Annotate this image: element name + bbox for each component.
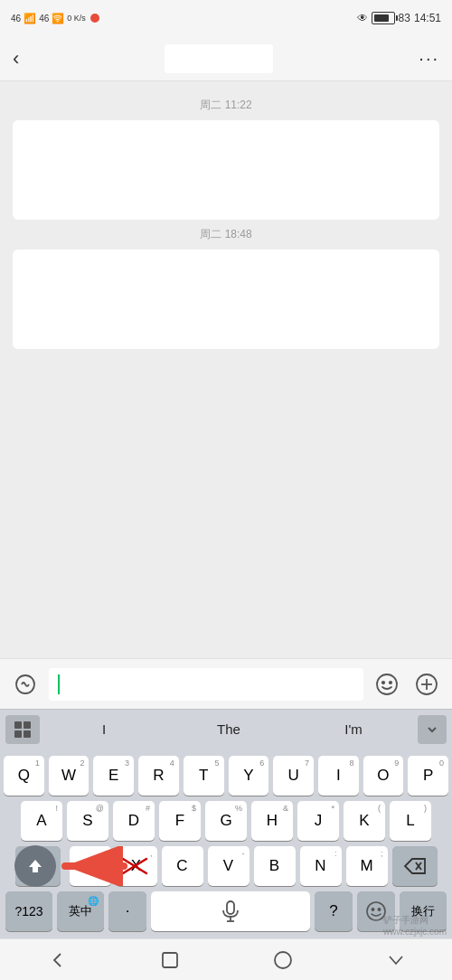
recording-dot bbox=[90, 14, 99, 23]
chat-scroll: 周二 11:22 周二 18:48 bbox=[0, 81, 452, 658]
key-N[interactable]: :N bbox=[300, 846, 342, 886]
key-K[interactable]: (K bbox=[344, 801, 385, 841]
keyboard-suggestions: I The I'm bbox=[0, 709, 452, 749]
key-num-G: % bbox=[235, 804, 242, 813]
text-cursor bbox=[58, 674, 60, 694]
timestamp-1: 周二 11:22 bbox=[0, 98, 452, 113]
key-E[interactable]: 3E bbox=[93, 756, 134, 796]
watermark: 铲子手游网www.czjxjc.com bbox=[383, 914, 447, 937]
key-num-M: ; bbox=[381, 849, 383, 858]
key-num-N: : bbox=[334, 849, 337, 858]
status-right: 👁 83 14:51 bbox=[357, 12, 441, 24]
key-F[interactable]: $F bbox=[159, 801, 201, 841]
bottom-nav-bar bbox=[0, 938, 452, 980]
back-button[interactable]: ‹ bbox=[13, 47, 19, 71]
key-Q[interactable]: 1Q bbox=[4, 756, 44, 796]
shift-key[interactable] bbox=[15, 846, 61, 886]
key-question[interactable]: ? bbox=[315, 891, 353, 931]
input-bar bbox=[0, 658, 452, 709]
key-M[interactable]: ;M bbox=[346, 846, 388, 886]
key-numbers[interactable]: ?123 bbox=[5, 891, 52, 931]
key-num-A: ! bbox=[55, 804, 58, 813]
carrier2-label: 46 bbox=[39, 14, 49, 24]
svg-rect-20 bbox=[163, 953, 177, 967]
key-microphone[interactable] bbox=[151, 891, 310, 931]
key-S[interactable]: @S bbox=[67, 801, 108, 841]
svg-point-18 bbox=[372, 909, 373, 910]
key-num-T: 5 bbox=[214, 759, 219, 768]
key-num-Y: 6 bbox=[259, 759, 264, 768]
key-num-O: 9 bbox=[394, 759, 399, 768]
key-row-bottom: ?123 🌐 英中 · ? bbox=[4, 891, 448, 931]
svg-rect-14 bbox=[227, 901, 234, 914]
key-num-L: ) bbox=[424, 804, 427, 813]
key-num-H: & bbox=[283, 804, 288, 813]
key-H[interactable]: &H bbox=[251, 801, 293, 841]
key-row-3: 'Z , X C -V B :N ;M bbox=[4, 846, 448, 886]
signal-bars: 📶 bbox=[24, 13, 36, 24]
emoji-button[interactable] bbox=[371, 668, 403, 701]
key-num-J: * bbox=[331, 804, 334, 813]
message-bubble-1 bbox=[13, 120, 439, 220]
nav-back-button[interactable] bbox=[30, 942, 84, 978]
suggestion-word-3[interactable]: I'm bbox=[293, 718, 414, 740]
top-nav: ‹ ··· bbox=[0, 36, 452, 81]
suggestion-word-2[interactable]: The bbox=[168, 718, 289, 740]
key-num-R: 4 bbox=[170, 759, 174, 768]
status-left: 46 📶 46 🛜 0 K/s bbox=[11, 13, 99, 24]
key-C[interactable]: C bbox=[162, 846, 203, 886]
key-V[interactable]: -V bbox=[208, 846, 250, 886]
key-num-F: $ bbox=[192, 804, 196, 813]
svg-point-1 bbox=[377, 674, 397, 694]
key-num-S: @ bbox=[96, 804, 104, 813]
svg-point-21 bbox=[275, 952, 291, 968]
key-G[interactable]: %G bbox=[205, 801, 247, 841]
app-wrapper: 46 📶 46 🛜 0 K/s 👁 83 14:51 ‹ ··· 周二 11:2… bbox=[0, 0, 452, 980]
key-num-K: ( bbox=[378, 804, 381, 813]
text-input[interactable] bbox=[49, 668, 363, 701]
key-T[interactable]: 5T bbox=[184, 756, 224, 796]
key-J[interactable]: *J bbox=[297, 801, 339, 841]
key-O[interactable]: 9O bbox=[363, 756, 404, 796]
key-num-I: 8 bbox=[350, 759, 354, 768]
key-W[interactable]: 2W bbox=[49, 756, 89, 796]
key-language[interactable]: 🌐 英中 bbox=[57, 891, 104, 931]
key-I[interactable]: 8I bbox=[318, 756, 359, 796]
key-row-1: 1Q 2W 3E 4R 5T 6Y 7U 8I 9O 0P bbox=[4, 756, 448, 796]
keyboard: 1Q 2W 3E 4R 5T 6Y 7U 8I 9O 0P !A @S #D $… bbox=[0, 749, 452, 938]
key-P[interactable]: 0P bbox=[408, 756, 448, 796]
battery-fill bbox=[374, 14, 389, 22]
key-num-X: , bbox=[150, 849, 153, 858]
nav-home-square-button[interactable] bbox=[143, 942, 197, 978]
key-num-P: 0 bbox=[439, 759, 444, 768]
data-speed: 0 K/s bbox=[67, 14, 86, 23]
nav-home-circle-button[interactable] bbox=[256, 942, 310, 978]
delete-key[interactable] bbox=[392, 846, 438, 886]
battery-pct: 83 bbox=[399, 12, 410, 24]
key-row-2: !A @S #D $F %G &H *J (K )L bbox=[4, 801, 448, 841]
eye-icon: 👁 bbox=[357, 12, 368, 24]
key-D[interactable]: #D bbox=[113, 801, 155, 841]
svg-point-2 bbox=[382, 681, 384, 683]
key-R[interactable]: 4R bbox=[138, 756, 179, 796]
key-A[interactable]: !A bbox=[21, 801, 62, 841]
key-B[interactable]: B bbox=[254, 846, 296, 886]
suggestion-grid-button[interactable] bbox=[5, 715, 40, 744]
suggestion-collapse-button[interactable] bbox=[418, 715, 447, 744]
key-U[interactable]: 7U bbox=[273, 756, 314, 796]
key-num-U: 7 bbox=[305, 759, 309, 768]
battery-tip bbox=[396, 15, 398, 21]
nav-recent-button[interactable] bbox=[369, 942, 423, 978]
key-Y[interactable]: 6Y bbox=[229, 756, 269, 796]
plus-button[interactable] bbox=[410, 668, 443, 701]
key-dot[interactable]: · bbox=[108, 891, 146, 931]
key-L[interactable]: )L bbox=[390, 801, 431, 841]
chat-contact-name bbox=[165, 44, 273, 73]
carrier-label: 46 bbox=[11, 14, 21, 24]
more-button[interactable]: ··· bbox=[419, 48, 439, 69]
suggestion-word-1[interactable]: I bbox=[43, 718, 165, 740]
battery-indicator bbox=[372, 12, 395, 24]
svg-point-19 bbox=[378, 909, 380, 910]
voice-button[interactable] bbox=[9, 668, 42, 701]
key-num-V: - bbox=[242, 849, 245, 858]
